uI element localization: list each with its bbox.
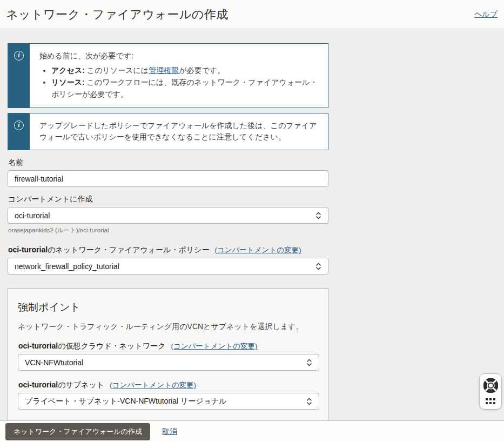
page: ネットワーク・ファイアウォールの作成 ヘルプ i 始める前に、次が必要です: ア…: [0, 0, 504, 442]
banner-body: 始める前に、次が必要です: アクセス: このリソースには管理権限が必要です。 リ…: [30, 44, 328, 108]
vcn-change-compartment-link[interactable]: (コンパートメントの変更): [171, 342, 257, 350]
main-content: i 始める前に、次が必要です: アクセス: このリソースには管理権限が必要です。…: [0, 30, 504, 420]
compartment-path-helper: orasejapankids2 (ルート)/oci-turorial: [8, 226, 504, 235]
banner-list-item-resource: リソース: このワークフローには、既存のネットワーク・ファイアウォール・ポリシー…: [51, 77, 319, 100]
page-title: ネットワーク・ファイアウォールの作成: [6, 6, 229, 23]
vcn-label-rest: の仮想クラウド・ネットワーク: [58, 341, 165, 350]
name-label: 名前: [8, 158, 504, 168]
name-input[interactable]: [8, 170, 328, 187]
banner-text: アップグレードしたポリシーでファイアウォールを作成した後は、このファイアウォール…: [39, 120, 319, 143]
apps-grid-icon[interactable]: [486, 398, 495, 404]
chevron-up-down-icon: [315, 212, 321, 219]
chevron-up-down-icon: [306, 398, 312, 405]
subnet-label-compartment: oci-turorial: [18, 380, 58, 389]
subnet-select[interactable]: プライベート・サブネット-VCN-NFWtutorial リージョナル: [18, 393, 319, 410]
vcn-label: oci-turorialの仮想クラウド・ネットワーク(コンパートメントの変更): [18, 341, 318, 351]
vcn-label-compartment: oci-turorial: [18, 341, 58, 350]
compartment-select-value: oci-turorial: [15, 211, 50, 220]
lifebuoy-icon[interactable]: [483, 378, 498, 395]
resource-label: リソース:: [51, 78, 85, 86]
banner-accent-strip: i: [8, 113, 30, 150]
vcn-select[interactable]: VCN-NFWtutorial: [18, 354, 319, 371]
resource-text: このワークフローには、既存のネットワーク・ファイアウォール・ポリシーが必要です。: [51, 78, 317, 98]
subnet-label: oci-turorialのサブネット(コンパートメントの変更): [18, 380, 318, 390]
banner-body: アップグレードしたポリシーでファイアウォールを作成した後は、このファイアウォール…: [30, 113, 328, 150]
enforcement-description: ネットワーク・トラフィック・ルーティング用のVCNとサブネットを選択します。: [18, 322, 318, 332]
enforcement-title: 強制ポイント: [18, 300, 318, 314]
admin-permission-link[interactable]: 管理権限: [149, 66, 179, 75]
subnet-change-compartment-link[interactable]: (コンパートメントの変更): [110, 381, 196, 389]
subnet-select-value: プライベート・サブネット-VCN-NFWtutorial リージョナル: [25, 397, 227, 406]
banner-accent-strip: i: [8, 44, 30, 108]
access-text-post: が必要です。: [179, 66, 225, 75]
access-label: アクセス:: [51, 66, 85, 75]
info-icon: i: [14, 51, 24, 61]
policy-label: oci-turorialのネットワーク・ファイアウォール・ポリシー(コンパートメ…: [8, 245, 504, 255]
compartment-select[interactable]: oci-turorial: [8, 207, 328, 224]
access-text-pre: このリソースには: [85, 66, 149, 75]
policy-label-rest: のネットワーク・ファイアウォール・ポリシー: [48, 245, 209, 254]
subnet-label-rest: のサブネット: [58, 380, 104, 389]
vcn-select-value: VCN-NFWtutorial: [25, 358, 83, 367]
banner-intro: 始める前に、次が必要です:: [39, 50, 319, 62]
policy-label-compartment: oci-turorial: [8, 245, 48, 254]
prerequisites-banner: i 始める前に、次が必要です: アクセス: このリソースには管理権限が必要です。…: [8, 43, 328, 108]
enforcement-point-section: 強制ポイント ネットワーク・トラフィック・ルーティング用のVCNとサブネットを選…: [8, 288, 328, 420]
policy-upgrade-banner: i アップグレードしたポリシーでファイアウォールを作成した後は、このファイアウォ…: [8, 113, 328, 150]
help-link[interactable]: ヘルプ: [474, 10, 498, 19]
banner-list-item-access: アクセス: このリソースには管理権限が必要です。: [51, 65, 319, 77]
compartment-label: コンパートメントに作成: [8, 195, 504, 204]
support-widget: [479, 373, 502, 410]
policy-select-value: network_firewall_policy_tutorial: [15, 262, 119, 271]
cancel-link[interactable]: 取消: [162, 427, 177, 437]
chevron-up-down-icon: [315, 263, 321, 270]
create-firewall-button[interactable]: ネットワーク・ファイアウォールの作成: [5, 423, 150, 440]
info-icon: i: [14, 120, 24, 130]
policy-change-compartment-link[interactable]: (コンパートメントの変更): [214, 246, 301, 254]
policy-select[interactable]: network_firewall_policy_tutorial: [8, 258, 328, 274]
action-bar: ネットワーク・ファイアウォールの作成 取消: [0, 420, 504, 442]
page-header: ネットワーク・ファイアウォールの作成 ヘルプ: [0, 0, 504, 29]
banner-list: アクセス: このリソースには管理権限が必要です。 リソース: このワークフローに…: [39, 65, 319, 101]
chevron-up-down-icon: [306, 359, 312, 366]
